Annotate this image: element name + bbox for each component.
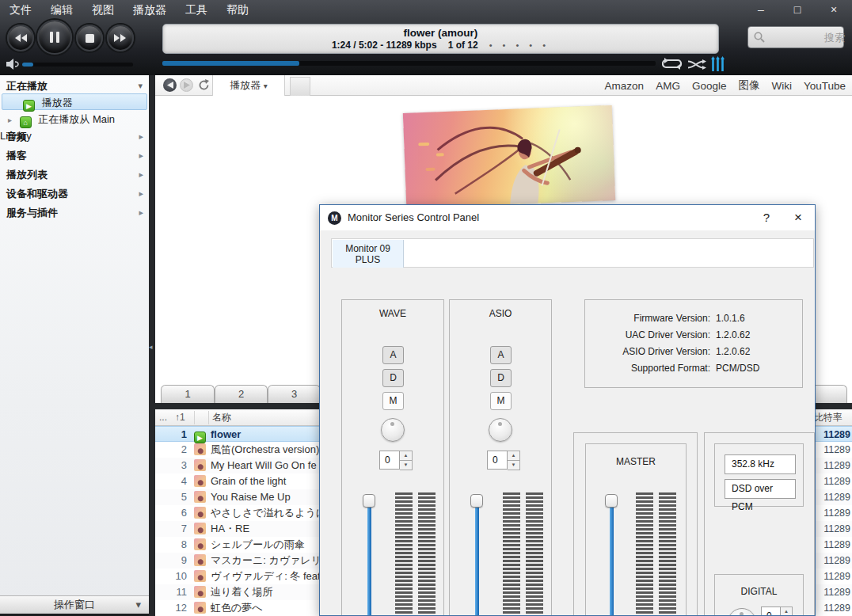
asio-a-button[interactable]: A xyxy=(490,346,512,364)
album-thumb xyxy=(194,554,206,566)
previous-button[interactable] xyxy=(7,25,34,51)
asio-d-button[interactable]: D xyxy=(490,369,512,387)
link-images[interactable]: 图像 xyxy=(738,78,759,93)
wave-fader-track[interactable] xyxy=(367,500,371,616)
link-youtube[interactable]: YouTube xyxy=(804,80,846,92)
digital-spinner: 0 ▲ ▼ xyxy=(761,606,793,616)
channel-label: ASIO xyxy=(450,308,551,319)
violinist-illustration xyxy=(403,105,615,208)
column-sort[interactable]: ↑1 xyxy=(175,409,185,425)
wave-fader-handle[interactable] xyxy=(363,494,375,508)
chevron-right-icon: ▸ xyxy=(139,129,143,144)
sidebar-item-library[interactable]: ▸ ⌂ 正在播放从 Main Library xyxy=(0,112,149,127)
now-playing-display[interactable]: flower (amour) 1:24 / 5:02 - 11289 kbps … xyxy=(162,24,719,54)
rating-dots[interactable]: • • • • • xyxy=(489,40,550,50)
sidebar-category-audio[interactable]: 音频▸ xyxy=(0,129,149,144)
menu-player[interactable]: 播放器 xyxy=(133,3,166,17)
column-options[interactable]: ... xyxy=(159,409,167,425)
sidebar-header-now-playing[interactable]: 正在播放 ▾ xyxy=(0,78,149,93)
spin-up-icon[interactable]: ▲ xyxy=(400,451,413,461)
asio-fader-track[interactable] xyxy=(475,500,479,616)
menu-file[interactable]: 文件 xyxy=(10,3,32,17)
info-label: ASIO Driver Version: xyxy=(585,344,710,360)
sidebar-category-playlists[interactable]: 播放列表▸ xyxy=(0,167,149,182)
repeat-icon[interactable] xyxy=(662,58,683,73)
device-tab-monitor09plus[interactable]: Monitor 09 PLUS xyxy=(333,240,404,268)
web-links: Amazon AMG Google 图像 Wiki YouTube xyxy=(605,75,846,96)
sample-rate-readout: 352.8 kHz xyxy=(725,454,796,474)
forward-button[interactable] xyxy=(180,78,193,92)
search-input[interactable] xyxy=(765,32,852,44)
info-label: UAC Driver Version: xyxy=(585,327,710,344)
speaker-icon[interactable] xyxy=(6,59,19,73)
asio-gain-knob[interactable] xyxy=(489,418,512,442)
pause-button[interactable] xyxy=(37,20,72,55)
asio-m-button[interactable]: M xyxy=(490,392,512,410)
track-time: 1:24 / 5:02 - 11289 kbps xyxy=(332,40,437,51)
window-controls: – □ × xyxy=(743,0,852,19)
refresh-button[interactable] xyxy=(197,78,211,92)
info-value: 1.0.1.6 xyxy=(716,310,745,327)
close-button[interactable]: × xyxy=(816,0,852,19)
link-amg[interactable]: AMG xyxy=(656,80,680,92)
spin-down-icon[interactable]: ▼ xyxy=(400,461,413,470)
seek-fill xyxy=(162,61,299,66)
wave-gain-knob[interactable] xyxy=(381,418,405,442)
dialog-titlebar[interactable]: M Monitor Series Control Panel ? × xyxy=(320,205,815,230)
equalizer-icon[interactable] xyxy=(711,56,725,74)
link-wiki[interactable]: Wiki xyxy=(771,80,792,92)
wave-gain-spinner: 0 ▲ ▼ xyxy=(379,451,413,470)
master-fader-track[interactable] xyxy=(610,500,614,616)
dialog-close-button[interactable]: × xyxy=(785,205,811,230)
menu-bar: 文件 编辑 视图 播放器 工具 帮助 xyxy=(0,0,249,20)
asio-gain-spinner: 0 ▲ ▼ xyxy=(487,451,520,470)
album-thumb xyxy=(194,507,206,519)
browser-tab-player[interactable]: 播放器 ▾ xyxy=(212,75,285,96)
shuffle-icon[interactable] xyxy=(688,59,706,73)
sidebar-category-podcast[interactable]: 播客▸ xyxy=(0,148,149,163)
wave-m-button[interactable]: M xyxy=(382,392,404,410)
collapse-left-icon[interactable]: ◂ xyxy=(149,343,153,351)
column-name[interactable]: 名称 xyxy=(212,409,231,425)
sidebar-item-player[interactable]: ▶ 播放器 xyxy=(2,93,147,110)
playlist-tab-3[interactable]: 3 xyxy=(268,385,321,403)
home-icon: ⌂ xyxy=(20,116,32,128)
menu-tools[interactable]: 工具 xyxy=(185,3,207,17)
link-amazon[interactable]: Amazon xyxy=(605,80,645,92)
action-window-bar[interactable]: 操作窗口 ▾ xyxy=(0,595,149,614)
sidebar-category-services[interactable]: 服务与插件▸ xyxy=(0,205,149,220)
album-thumb xyxy=(194,538,206,550)
volume-slider[interactable] xyxy=(22,63,133,67)
asio-fader-handle[interactable] xyxy=(470,494,483,508)
menu-edit[interactable]: 编辑 xyxy=(51,3,73,17)
new-tab-button[interactable] xyxy=(290,77,310,96)
menu-view[interactable]: 视图 xyxy=(92,3,114,17)
sidebar-splitter[interactable]: ◂ xyxy=(149,75,155,616)
help-button[interactable]: ? xyxy=(754,205,779,230)
wave-a-button[interactable]: A xyxy=(382,346,404,364)
back-button[interactable] xyxy=(163,78,177,92)
master-fader-handle[interactable] xyxy=(605,494,618,508)
digital-group: DIGITAL 0 ▲ ▼ xyxy=(714,574,804,616)
stop-button[interactable] xyxy=(76,25,103,51)
header-toolbar: 文件 编辑 视图 播放器 工具 帮助 – □ × xyxy=(0,0,852,75)
column-bitrate[interactable]: 比特率 xyxy=(814,409,842,425)
info-value: 1.2.0.62 xyxy=(716,327,750,344)
play-icon: ▶ xyxy=(23,100,35,112)
spin-up-icon[interactable]: ▲ xyxy=(508,451,520,461)
spin-down-icon[interactable]: ▼ xyxy=(508,461,520,470)
chevron-right-icon: ▸ xyxy=(139,186,143,201)
wave-d-button[interactable]: D xyxy=(382,369,404,387)
playlist-tab-1[interactable]: 1 xyxy=(161,385,215,403)
playlist-tab-2[interactable]: 2 xyxy=(215,385,268,403)
next-button[interactable] xyxy=(107,25,134,51)
sidebar-category-devices[interactable]: 设备和驱动器▸ xyxy=(0,186,149,201)
seek-bar[interactable] xyxy=(162,61,656,66)
maximize-button[interactable]: □ xyxy=(779,0,816,19)
menu-help[interactable]: 帮助 xyxy=(226,3,249,17)
link-google[interactable]: Google xyxy=(692,80,727,92)
digital-knob[interactable] xyxy=(728,608,756,616)
spin-up-icon[interactable]: ▲ xyxy=(781,606,793,616)
minimize-button[interactable]: – xyxy=(743,0,779,19)
expander-icon[interactable]: ▸ xyxy=(8,116,12,124)
